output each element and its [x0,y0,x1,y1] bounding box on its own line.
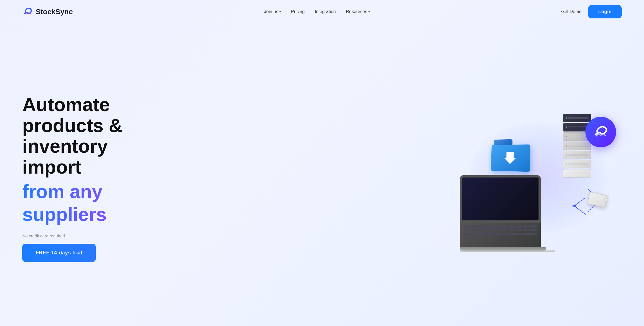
ss-badge-logo [592,124,609,140]
folder-body [491,144,530,172]
folder-tab [494,139,512,145]
laptop-screen-inner [462,177,539,220]
hero-title-line2: products & [22,115,122,136]
chevron-down-icon: ▾ [279,10,281,14]
hero-section: Automate products & inventory import fro… [0,23,644,326]
svg-marker-1 [571,205,576,207]
server-lines-4 [568,145,588,147]
laptop-base [460,247,546,250]
get-demo-link[interactable]: Get Demo [561,9,581,14]
server-indicator-4 [566,145,567,147]
free-trial-button[interactable]: FREE 14-days trial [22,244,96,262]
nav-actions: Get Demo Login [561,5,622,18]
laptop [460,175,549,234]
nav-links: Join us ▾ Pricing Integration Resources … [264,9,370,14]
server-indicator [566,117,567,119]
server-indicator-7 [566,172,567,174]
hero-title-line1: Automate [22,94,110,115]
server-segment-5 [563,151,591,159]
server-lines-3 [568,136,588,137]
hero-content: Automate products & inventory import fro… [22,94,167,262]
server-indicator-2 [566,126,567,128]
logo-link[interactable]: StockSync [22,6,73,17]
chevron-down-icon: ▾ [368,10,370,14]
server-indicator-6 [566,163,567,165]
nav-item-pricing[interactable]: Pricing [291,9,305,14]
login-button[interactable]: Login [588,5,622,18]
server-lines-2 [568,126,588,128]
nav-join-us-label: Join us [264,9,278,14]
download-arrow-icon [504,152,516,164]
nav-item-join-us[interactable]: Join us ▾ [264,9,281,14]
logo-icon [22,6,33,17]
nav-item-resources[interactable]: Resources ▾ [346,9,370,14]
server-segment-6 [563,160,591,168]
navbar: StockSync Join us ▾ Pricing Integration … [0,0,644,23]
brand-name: StockSync [36,8,73,16]
nav-link-pricing[interactable]: Pricing [291,9,305,14]
server-indicator-3 [566,136,567,137]
no-credit-text: No credit card required [22,233,167,238]
laptop-base-bottom [460,250,555,252]
server-lines-6 [568,163,588,165]
folder-icon [491,139,530,170]
nav-link-join-us[interactable]: Join us ▾ [264,9,281,14]
server-tower [563,114,591,186]
hero-title: Automate products & inventory import [22,94,167,177]
server-lines-5 [568,154,588,156]
server-segment-7 [563,169,591,177]
server-indicator-5 [566,154,567,156]
hero-title-line3: inventory import [22,135,108,177]
laptop-screen [460,175,541,223]
server-lines-7 [568,172,588,174]
nav-integration-label: Integration [315,9,336,14]
nav-resources-label: Resources [346,9,367,14]
stocksync-badge [585,117,616,147]
nav-link-resources[interactable]: Resources ▾ [346,9,370,14]
server-segment-4 [563,142,591,150]
nav-pricing-label: Pricing [291,9,305,14]
server-segment-top [563,114,591,122]
hero-title-colored: from any suppliers [22,180,167,226]
server-lines [568,117,588,119]
nav-item-integration[interactable]: Integration [315,9,336,14]
hero-illustration [454,106,622,250]
nav-link-integration[interactable]: Integration [315,9,336,14]
